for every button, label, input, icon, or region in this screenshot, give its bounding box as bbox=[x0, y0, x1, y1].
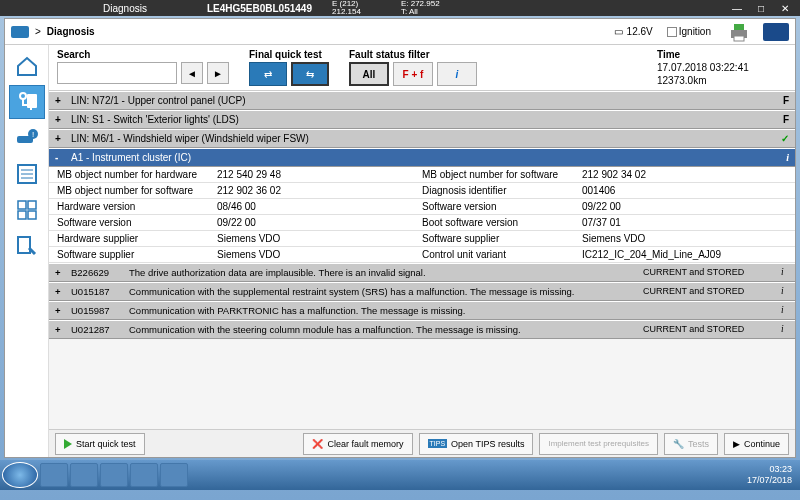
wrench-doc-icon bbox=[15, 234, 39, 258]
svg-rect-1 bbox=[734, 24, 744, 30]
svg-rect-16 bbox=[18, 237, 30, 253]
search-input[interactable] bbox=[57, 62, 177, 84]
tips-badge-icon: TIPS bbox=[428, 439, 448, 448]
fault-row[interactable]: +B226629The drive authorization data are… bbox=[49, 263, 795, 282]
detail-value: 07/37 01 bbox=[582, 217, 787, 228]
detail-value: Siemens VDO bbox=[217, 233, 422, 244]
ecu-details: MB object number for hardware212 540 29 … bbox=[49, 167, 795, 263]
quicktest-forward-button[interactable]: ⇄ bbox=[249, 62, 287, 86]
collapse-icon: - bbox=[55, 152, 65, 163]
detail-key: Software supplier bbox=[422, 233, 582, 244]
ecu-row-expanded[interactable]: -A1 - Instrument cluster (IC)i bbox=[49, 148, 795, 167]
app-window: > Diagnosis ▭ 12.6V Ignition ! bbox=[4, 18, 796, 458]
clear-fault-button[interactable]: ❌Clear fault memory bbox=[303, 433, 412, 455]
taskbar-clock[interactable]: 03:23 17/07/2018 bbox=[747, 464, 798, 486]
detail-value: 001406 bbox=[582, 185, 787, 196]
start-button[interactable] bbox=[2, 462, 38, 488]
svg-rect-15 bbox=[28, 211, 36, 219]
arrow-right-icon: ⇄ bbox=[264, 69, 272, 80]
maximize-button[interactable]: □ bbox=[749, 3, 773, 14]
start-quicktest-button[interactable]: Start quick test bbox=[55, 433, 145, 455]
search-label: Search bbox=[57, 49, 229, 60]
info-icon: i bbox=[781, 305, 789, 316]
sidebar-home[interactable] bbox=[9, 49, 45, 83]
sidebar-tools[interactable] bbox=[9, 229, 45, 263]
eraser-icon: ❌ bbox=[312, 439, 323, 449]
fault-row[interactable]: +U015187Communication with the supplemen… bbox=[49, 282, 795, 301]
wrench-icon: 🔧 bbox=[673, 439, 684, 449]
quicktest-label: Final quick test bbox=[249, 49, 329, 60]
detail-row: Hardware version08/46 00Software version… bbox=[49, 199, 795, 215]
search-prev-button[interactable]: ◄ bbox=[181, 62, 203, 84]
minimize-button[interactable]: — bbox=[725, 3, 749, 14]
detail-key: MB object number for hardware bbox=[57, 169, 217, 180]
svg-rect-14 bbox=[18, 211, 26, 219]
ecu-row[interactable]: +LIN: S1 - Switch 'Exterior lights' (LDS… bbox=[49, 110, 795, 129]
expand-icon: + bbox=[55, 95, 65, 106]
close-button[interactable]: ✕ bbox=[773, 3, 797, 14]
fault-status: CURRENT and STORED bbox=[643, 286, 773, 297]
open-tips-button[interactable]: TIPSOpen TIPS results bbox=[419, 433, 534, 455]
detail-row: Software version09/22 00Boot software ve… bbox=[49, 215, 795, 231]
ecu-row[interactable]: +LIN: M6/1 - Windshield wiper (Windshiel… bbox=[49, 129, 795, 148]
filter-ff-button[interactable]: F + f bbox=[393, 62, 433, 86]
ecu-status: ✓ bbox=[781, 133, 789, 144]
fault-desc: The drive authorization data are implaus… bbox=[129, 267, 635, 278]
main-panel: Search ◄ ► Final quick test ⇄ ⇆ Fault s bbox=[49, 45, 795, 457]
sidebar-grid[interactable] bbox=[9, 193, 45, 227]
ecu-name: LIN: N72/1 - Upper control panel (UCP) bbox=[71, 95, 246, 106]
detail-key: Boot software version bbox=[422, 217, 582, 228]
title-text: Diagnosis bbox=[103, 3, 147, 14]
filter-all-button[interactable]: All bbox=[349, 62, 389, 86]
fault-code: U021287 bbox=[71, 324, 121, 335]
detail-value: Siemens VDO bbox=[217, 249, 422, 260]
detail-key: Control unit variant bbox=[422, 249, 582, 260]
detail-value: 09/22 00 bbox=[582, 201, 787, 212]
info-icon: i bbox=[781, 286, 789, 297]
detail-row: MB object number for hardware212 540 29 … bbox=[49, 167, 795, 183]
sidebar-diagnosis[interactable] bbox=[9, 85, 45, 119]
sidebar-vehicle[interactable]: ! bbox=[9, 121, 45, 155]
taskbar-app-4[interactable] bbox=[130, 463, 158, 487]
detail-value: 212 902 34 02 bbox=[582, 169, 787, 180]
codes1: E (212) 212.154 bbox=[332, 0, 361, 16]
ecu-name: A1 - Instrument cluster (IC) bbox=[71, 152, 191, 163]
detail-value: 212 902 36 02 bbox=[217, 185, 422, 196]
taskbar-app-5[interactable] bbox=[160, 463, 188, 487]
detail-value: 09/22 00 bbox=[217, 217, 422, 228]
manual-icon[interactable] bbox=[763, 23, 789, 41]
continue-button[interactable]: ▶Continue bbox=[724, 433, 789, 455]
taskbar-app-3[interactable] bbox=[100, 463, 128, 487]
taskbar-app-1[interactable] bbox=[40, 463, 68, 487]
detail-value: IC212_IC_204_Mid_Line_AJ09 bbox=[582, 249, 787, 260]
window-titlebar: Diagnosis LE4HG5EB0BL051449 E (212) 212.… bbox=[0, 0, 800, 16]
quicktest-back-button[interactable]: ⇆ bbox=[291, 62, 329, 86]
printer-icon[interactable] bbox=[727, 22, 751, 42]
sidebar-list[interactable] bbox=[9, 157, 45, 191]
stethoscope-icon bbox=[15, 90, 39, 114]
taskbar-app-2[interactable] bbox=[70, 463, 98, 487]
detail-key: Hardware version bbox=[57, 201, 217, 212]
breadcrumb-diagnosis[interactable]: Diagnosis bbox=[47, 26, 95, 37]
expand-icon: + bbox=[55, 114, 65, 125]
fault-code: U015187 bbox=[71, 286, 121, 297]
expand-icon: + bbox=[55, 267, 63, 278]
detail-row: Hardware supplierSiemens VDOSoftware sup… bbox=[49, 231, 795, 247]
ecu-list[interactable]: +LIN: N72/1 - Upper control panel (UCP)F… bbox=[49, 91, 795, 429]
detail-key: Hardware supplier bbox=[57, 233, 217, 244]
expand-icon: + bbox=[55, 133, 65, 144]
time-label: Time bbox=[657, 49, 787, 60]
fault-row[interactable]: +U021287Communication with the steering … bbox=[49, 320, 795, 339]
fault-row[interactable]: +U015987Communication with PARKTRONIC ha… bbox=[49, 301, 795, 320]
expand-icon: + bbox=[55, 286, 63, 297]
svg-text:!: ! bbox=[31, 130, 33, 139]
filter-bar: Search ◄ ► Final quick test ⇄ ⇆ Fault s bbox=[49, 45, 795, 91]
detail-key: Software version bbox=[57, 217, 217, 228]
ecu-row[interactable]: +LIN: N72/1 - Upper control panel (UCP)F bbox=[49, 91, 795, 110]
expand-icon: + bbox=[55, 305, 63, 316]
search-next-button[interactable]: ► bbox=[207, 62, 229, 84]
ignition-toggle[interactable]: Ignition bbox=[667, 26, 711, 37]
breadcrumb: > Diagnosis ▭ 12.6V Ignition bbox=[5, 19, 795, 45]
detail-value: 08/46 00 bbox=[217, 201, 422, 212]
filter-info-button[interactable]: i bbox=[437, 62, 477, 86]
